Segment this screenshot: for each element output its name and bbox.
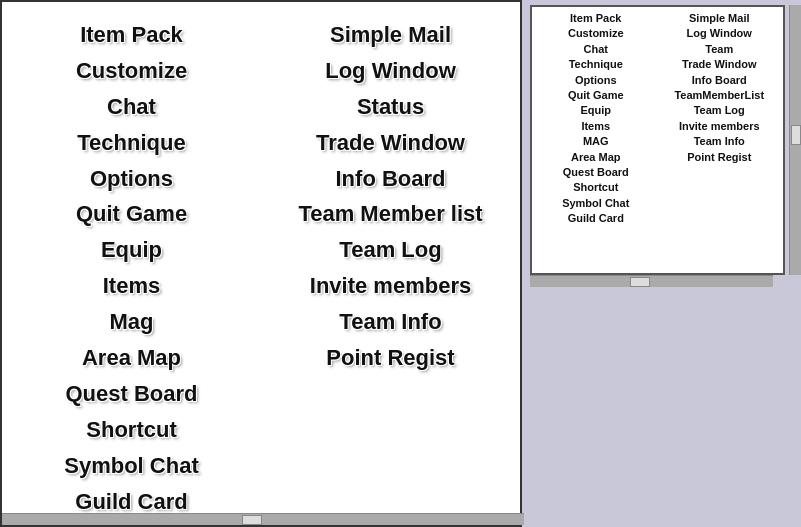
main-menu-item[interactable]: Invite members	[306, 268, 475, 304]
mini-scrollbar[interactable]	[530, 275, 773, 287]
main-menu-item[interactable]: Trade Window	[312, 125, 469, 161]
mini-menu-item[interactable]: Equip	[578, 103, 613, 118]
mini-menu-item[interactable]: MAG	[581, 134, 611, 149]
mini-menu-item[interactable]: Invite members	[677, 119, 762, 134]
right-scrollbar-thumb[interactable]	[791, 125, 801, 145]
mini-menu-item[interactable]: Quit Game	[566, 88, 626, 103]
main-menu-item[interactable]: Status	[353, 89, 428, 125]
main-menu-item[interactable]: Team Log	[335, 232, 445, 268]
mini-scrollbar-thumb[interactable]	[630, 277, 650, 287]
mini-menu-item[interactable]: Shortcut	[571, 180, 620, 195]
main-menu-item[interactable]: Items	[99, 268, 164, 304]
main-menu-item[interactable]: Log Window	[321, 53, 460, 89]
mini-menu-item[interactable]: Item Pack	[568, 11, 623, 26]
main-menu-item[interactable]: Item Pack	[76, 17, 187, 53]
main-menu-item[interactable]: Technique	[73, 125, 189, 161]
main-menu-item[interactable]: Mag	[106, 304, 158, 340]
main-scrollbar[interactable]	[2, 513, 524, 525]
main-menu-item[interactable]: Options	[86, 161, 177, 197]
mini-menu-item[interactable]: Point Regist	[685, 150, 753, 165]
mini-menu-item[interactable]: Area Map	[569, 150, 623, 165]
mini-menu-item[interactable]: Items	[579, 119, 612, 134]
mini-col-1: Item PackCustomizeChatTechniqueOptionsQu…	[534, 11, 658, 226]
mini-menu-item[interactable]: Simple Mail	[687, 11, 752, 26]
mini-menu-item[interactable]: Info Board	[690, 73, 749, 88]
main-menu-item[interactable]: Equip	[97, 232, 166, 268]
mini-menu-item[interactable]: Quest Board	[561, 165, 631, 180]
main-menu-item[interactable]: Quit Game	[72, 196, 191, 232]
mini-menu-item[interactable]: Team Log	[692, 103, 747, 118]
mini-cols: Item PackCustomizeChatTechniqueOptionsQu…	[532, 7, 783, 230]
main-panel: Item PackCustomizeChatTechniqueOptionsQu…	[0, 0, 522, 527]
mini-menu-item[interactable]: Symbol Chat	[560, 196, 631, 211]
mini-menu-item[interactable]: Technique	[567, 57, 625, 72]
main-menu-item[interactable]: Team Info	[335, 304, 445, 340]
main-menu-item[interactable]: Customize	[72, 53, 191, 89]
mini-panel: Item PackCustomizeChatTechniqueOptionsQu…	[530, 5, 785, 275]
main-menu-item[interactable]: Team Member list	[294, 196, 486, 232]
mini-col-2: Simple MailLog WindowTeamTrade WindowInf…	[658, 11, 782, 226]
main-menu-item[interactable]: Shortcut	[82, 412, 180, 448]
main-menu-item[interactable]: Symbol Chat	[60, 448, 202, 484]
mini-menu-item[interactable]: Team	[703, 42, 735, 57]
mini-menu-item[interactable]: Options	[573, 73, 619, 88]
main-menu-item[interactable]: Chat	[103, 89, 160, 125]
mini-menu-item[interactable]: Trade Window	[680, 57, 758, 72]
main-col-2: Simple MailLog WindowStatusTrade WindowI…	[261, 12, 520, 515]
main-menu-item[interactable]: Area Map	[78, 340, 185, 376]
main-menu-item[interactable]: Info Board	[332, 161, 450, 197]
mini-menu-item[interactable]: Log Window	[685, 26, 754, 41]
main-menu-item[interactable]: Quest Board	[61, 376, 201, 412]
right-scrollbar[interactable]	[789, 5, 801, 275]
mini-menu-item[interactable]: Guild Card	[566, 211, 626, 226]
mini-menu-item[interactable]: Chat	[582, 42, 610, 57]
main-menu-item[interactable]: Point Regist	[322, 340, 458, 376]
mini-menu-item[interactable]: Team Info	[692, 134, 747, 149]
main-scrollbar-thumb[interactable]	[242, 515, 262, 525]
mini-menu-item[interactable]: TeamMemberList	[672, 88, 766, 103]
main-col-1: Item PackCustomizeChatTechniqueOptionsQu…	[2, 12, 261, 515]
mini-menu-item[interactable]: Customize	[566, 26, 626, 41]
main-menu-item[interactable]: Simple Mail	[326, 17, 455, 53]
